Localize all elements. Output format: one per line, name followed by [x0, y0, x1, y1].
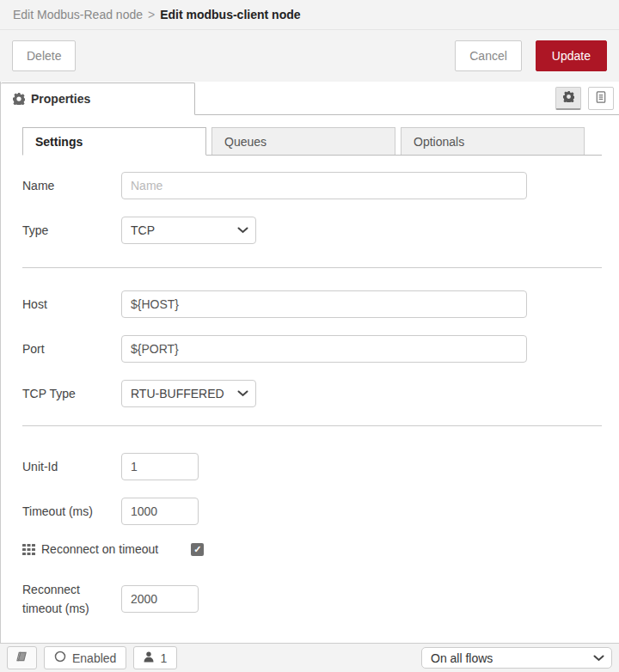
tcp-type-row: TCP Type RTU-BUFFERED	[22, 380, 602, 407]
type-label: Type	[22, 223, 121, 237]
user-icon	[144, 651, 154, 665]
tab-settings[interactable]: Settings	[22, 127, 206, 156]
unit-id-label: Unit-Id	[22, 460, 121, 473]
settings-tab-bar: Settings Queues Optionals	[22, 127, 602, 156]
reconnect-on-timeout-label: Reconnect on timeout	[41, 542, 158, 556]
grid-icon	[22, 544, 35, 555]
host-row: Host	[22, 290, 602, 318]
timeout-row: Timeout (ms)	[22, 498, 602, 525]
book-icon	[15, 651, 28, 665]
reconnect-timeout-label: Reconnect timeout (ms)	[22, 580, 121, 619]
circle-icon	[54, 651, 66, 665]
breadcrumb-current: Edit modbus-client node	[160, 8, 300, 21]
breadcrumb-separator: >	[148, 8, 155, 21]
host-input[interactable]	[121, 290, 527, 318]
enabled-toggle-button[interactable]: Enabled	[44, 646, 126, 669]
timeout-label: Timeout (ms)	[22, 504, 121, 518]
delete-button[interactable]: Delete	[12, 40, 76, 71]
reconnect-on-timeout-checkbox[interactable]	[191, 543, 204, 556]
type-row: Type TCP	[22, 217, 602, 244]
edit-dialog-content: Properties Settings	[0, 82, 619, 643]
type-select[interactable]: TCP	[121, 217, 256, 244]
properties-tab-label: Properties	[31, 92, 90, 106]
dialog-footer: Enabled 1 On all flows	[0, 643, 619, 672]
tab-optionals[interactable]: Optionals	[401, 127, 585, 155]
reconnect-timeout-input[interactable]	[121, 585, 199, 613]
tab-properties[interactable]: Properties	[1, 82, 195, 115]
reconnect-timeout-row: Reconnect timeout (ms)	[22, 580, 602, 619]
section-divider	[22, 425, 602, 426]
name-label: Name	[22, 179, 121, 192]
instance-count: 1	[160, 651, 167, 665]
properties-actions	[555, 87, 614, 110]
library-button[interactable]	[7, 646, 37, 669]
node-description-button[interactable]	[588, 87, 614, 110]
settings-form: Name Type TCP Host Port TCP Type	[1, 156, 619, 619]
port-input[interactable]	[121, 335, 527, 363]
tcp-type-label: TCP Type	[22, 387, 121, 400]
reconnect-on-timeout-row: Reconnect on timeout	[22, 542, 602, 556]
edit-toolbar: Delete Cancel Update	[0, 30, 619, 82]
enabled-label: Enabled	[72, 651, 116, 665]
node-properties-button[interactable]	[555, 87, 581, 110]
update-button[interactable]: Update	[536, 40, 607, 71]
document-icon	[595, 91, 607, 107]
name-input[interactable]	[121, 172, 527, 199]
gear-icon	[13, 93, 25, 105]
port-row: Port	[22, 335, 602, 363]
breadcrumb: Edit Modbus-Read node > Edit modbus-clie…	[0, 0, 619, 30]
properties-tab-row: Properties	[1, 82, 619, 115]
section-divider	[22, 267, 602, 268]
unit-id-row: Unit-Id	[22, 453, 602, 480]
timeout-input[interactable]	[121, 498, 199, 525]
host-label: Host	[22, 297, 121, 311]
tab-queues[interactable]: Queues	[211, 127, 395, 155]
port-label: Port	[22, 342, 121, 356]
scope-select[interactable]: On all flows	[421, 647, 612, 669]
unit-id-input[interactable]	[121, 453, 199, 480]
name-row: Name	[22, 172, 602, 199]
instance-count-button[interactable]: 1	[133, 646, 177, 669]
gear-icon	[563, 91, 574, 105]
cancel-button[interactable]: Cancel	[455, 40, 522, 71]
tcp-type-select[interactable]: RTU-BUFFERED	[121, 380, 256, 407]
breadcrumb-parent-link[interactable]: Edit Modbus-Read node	[13, 8, 143, 21]
